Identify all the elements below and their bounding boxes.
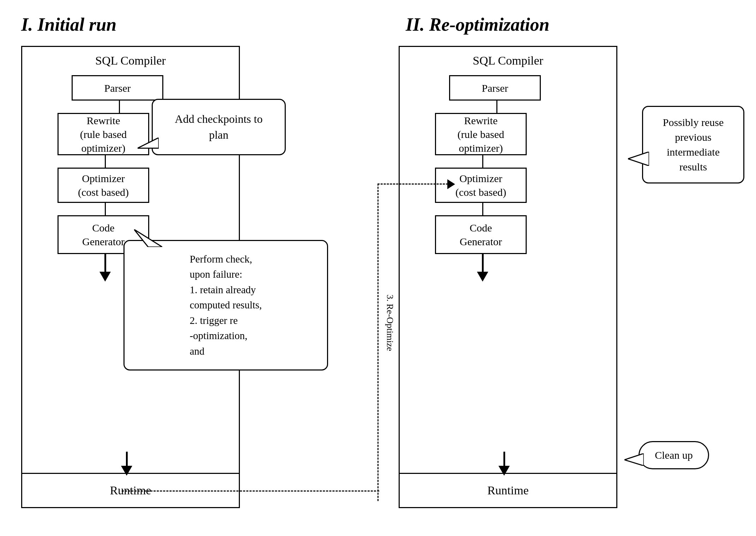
- left-compiler-label: SQL Compiler: [95, 54, 166, 67]
- callout-add-checkpoints: Add checkpoints to plan: [152, 99, 286, 155]
- dashed-arrow-to-right: [377, 183, 448, 185]
- left-rewrite-box: Rewrite (rule based optimizer): [58, 113, 149, 155]
- callout-clean-up-tail: [624, 453, 644, 466]
- dashed-left-bottom: [122, 490, 242, 492]
- right-runtime-box: Runtime: [399, 473, 617, 508]
- left-arrow-to-runtime: [121, 452, 132, 476]
- right-arrow-to-runtime: [498, 452, 510, 476]
- right-arrow-4: [477, 254, 488, 282]
- right-code-gen-box: Code Generator: [435, 215, 527, 254]
- svg-marker-3: [624, 453, 644, 466]
- callout-possibly-reuse: Possibly reuse previous intermediate res…: [642, 106, 744, 183]
- svg-marker-2: [628, 152, 649, 166]
- left-arrow-4: [99, 254, 111, 282]
- dashed-horizontal-bottom: [240, 490, 379, 492]
- left-parser-box: Parser: [72, 75, 163, 101]
- right-compiler-label: SQL Compiler: [473, 54, 543, 67]
- callout-clean-up: Clean up: [639, 441, 709, 469]
- callout-perform-check-tail: [134, 229, 162, 247]
- right-parser-box: Parser: [449, 75, 541, 101]
- svg-marker-1: [134, 229, 162, 247]
- right-rewrite-box: Rewrite (rule based optimizer): [435, 113, 527, 155]
- title-initial-run: I. Initial run: [21, 14, 116, 35]
- callout-perform-check: Perform check, upon failure: 1. retain a…: [123, 240, 328, 371]
- title-reoptimization: II. Re-optimization: [406, 14, 549, 35]
- right-diagram: SQL Compiler Parser Rewrite (rule based …: [399, 46, 617, 498]
- left-optimizer-box: Optimizer (cost based): [58, 168, 149, 203]
- callout-add-checkpoints-tail: [138, 138, 159, 159]
- dashed-vertical-center: [377, 183, 379, 501]
- svg-marker-0: [138, 138, 159, 148]
- dashed-arrow-head-right: [447, 179, 455, 189]
- reoptimize-label: 3. Re-Optimize: [385, 295, 395, 351]
- callout-possibly-reuse-tail: [628, 152, 649, 166]
